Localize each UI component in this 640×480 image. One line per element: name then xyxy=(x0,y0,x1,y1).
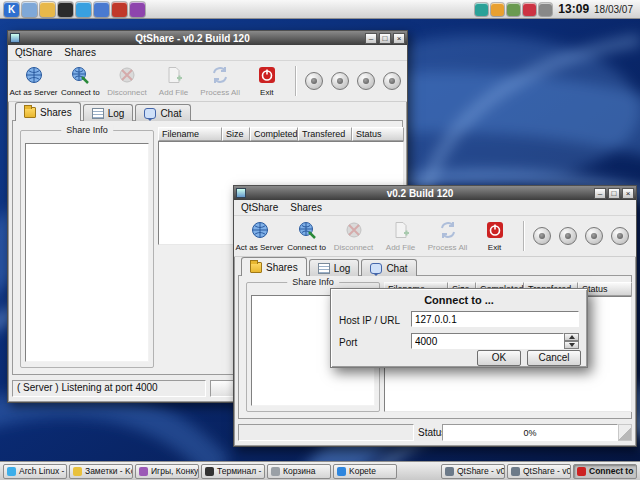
taskbar-item[interactable]: QtShare - v0.2 B xyxy=(441,464,505,479)
taskbar-item[interactable]: Kopete xyxy=(333,464,397,479)
clock[interactable]: 13:09 18/03/07 xyxy=(555,2,636,16)
close-button[interactable]: × xyxy=(622,188,634,199)
clock-time: 13:09 xyxy=(558,2,589,16)
connect-to-button[interactable]: Connect to xyxy=(57,62,104,100)
titlebar[interactable]: QtShare - v0.2 Build 120 – □ × xyxy=(8,31,407,45)
column-transfered[interactable]: Transfered xyxy=(298,127,352,141)
share-info-list[interactable] xyxy=(25,143,149,362)
column-filename[interactable]: Filename xyxy=(158,127,222,141)
show-desktop-icon[interactable] xyxy=(22,2,37,17)
progress-bar: 0% xyxy=(442,424,618,441)
tab-shares[interactable]: Shares xyxy=(241,257,307,276)
spin-down-icon[interactable] xyxy=(564,341,579,349)
menu-shares[interactable]: Shares xyxy=(64,47,96,58)
kmail-icon[interactable] xyxy=(94,2,109,17)
toolbar-button-label: Act as Server xyxy=(236,243,284,252)
connect-to-button[interactable]: Connect to xyxy=(283,217,330,255)
tab-chat[interactable]: Chat xyxy=(361,259,416,276)
disconnect-button[interactable]: Disconnect xyxy=(330,217,377,255)
menu-qtshare[interactable]: QtShare xyxy=(241,202,278,213)
toolbar-button-label: Disconnect xyxy=(107,88,147,97)
exit-button[interactable]: Exit xyxy=(471,217,518,255)
add-file-button[interactable]: Add File xyxy=(150,62,197,100)
tab-log[interactable]: Log xyxy=(83,104,134,121)
round-toolbar-button-2[interactable] xyxy=(559,227,577,245)
tab-log[interactable]: Log xyxy=(309,259,360,276)
taskbar-item[interactable]: Arch Linux - K... xyxy=(3,464,67,479)
process-all-button[interactable]: Process All xyxy=(197,62,244,100)
k-menu-icon[interactable] xyxy=(4,2,19,17)
tab-shares[interactable]: Shares xyxy=(15,102,81,121)
minimize-button[interactable]: – xyxy=(594,188,606,199)
round-toolbar-button-1[interactable] xyxy=(533,227,551,245)
games-icon xyxy=(139,467,148,476)
disconnect-button[interactable]: Disconnect xyxy=(104,62,151,100)
resize-grip[interactable] xyxy=(618,424,632,441)
konsole-icon[interactable] xyxy=(58,2,73,17)
menubar: QtShare Shares xyxy=(234,200,636,216)
folder-icon xyxy=(24,107,36,118)
exit-power-icon xyxy=(257,65,277,87)
column-size[interactable]: Size xyxy=(222,127,250,141)
konqueror-icon[interactable] xyxy=(76,2,91,17)
process-all-button[interactable]: Process All xyxy=(424,217,471,255)
ok-button[interactable]: OK xyxy=(477,350,521,366)
progress-value: 0% xyxy=(523,428,536,438)
column-status[interactable]: Status xyxy=(352,127,404,141)
taskbar-item[interactable]: Корзина xyxy=(267,464,331,479)
toolbar: Act as Server Connect to Disconnect Add … xyxy=(8,61,407,102)
host-input[interactable] xyxy=(411,311,579,327)
menu-shares[interactable]: Shares xyxy=(290,202,322,213)
display-icon[interactable] xyxy=(539,3,552,16)
taskbar-item[interactable]: QtShare - v0.2 B xyxy=(507,464,571,479)
spin-up-icon[interactable] xyxy=(564,333,579,341)
toolbar-button-label: Process All xyxy=(428,243,468,252)
round-toolbar-button-1[interactable] xyxy=(305,72,323,90)
toolbar-separator xyxy=(295,66,296,96)
tab-label: Log xyxy=(334,263,351,274)
organizer-icon[interactable] xyxy=(507,3,520,16)
toolbar-button-label: Disconnect xyxy=(334,243,374,252)
round-toolbar-button-4[interactable] xyxy=(383,72,401,90)
toolbar: Act as Server Connect to Disconnect Add … xyxy=(234,216,636,257)
log-icon xyxy=(92,108,104,119)
home-folder-icon[interactable] xyxy=(40,2,55,17)
tab-chat[interactable]: Chat xyxy=(135,104,190,121)
disconnect-icon xyxy=(117,65,137,87)
act-as-server-button[interactable]: Act as Server xyxy=(10,62,57,100)
media-player-icon[interactable] xyxy=(130,2,145,17)
cancel-button[interactable]: Cancel xyxy=(527,350,581,366)
table-header: Filename Size Completed Transfered Statu… xyxy=(158,127,404,141)
close-button[interactable]: × xyxy=(393,33,405,44)
toolbar-button-label: Exit xyxy=(488,243,501,252)
minimize-button[interactable]: – xyxy=(365,33,377,44)
round-toolbar-button-4[interactable] xyxy=(611,227,629,245)
tab-label: Shares xyxy=(266,262,298,273)
taskbar-item[interactable]: Терминал - Ko... xyxy=(201,464,265,479)
maximize-button[interactable]: □ xyxy=(379,33,391,44)
exit-button[interactable]: Exit xyxy=(243,62,290,100)
toolbar-button-label: Process All xyxy=(200,88,240,97)
add-file-button[interactable]: Add File xyxy=(377,217,424,255)
messenger-icon xyxy=(337,467,346,476)
titlebar[interactable]: v0.2 Build 120 – □ × xyxy=(234,186,636,200)
disconnect-icon xyxy=(344,220,364,242)
taskbar-item[interactable]: Игры, Конкуре... xyxy=(135,464,199,479)
round-toolbar-button-2[interactable] xyxy=(331,72,349,90)
taskbar-item-label: Connect to ... xyxy=(589,466,637,476)
kwrite-icon[interactable] xyxy=(112,2,127,17)
taskbar-item-active[interactable]: Connect to ... xyxy=(573,464,637,479)
connect-globe-icon xyxy=(70,65,90,87)
round-toolbar-button-3[interactable] xyxy=(357,72,375,90)
port-input[interactable] xyxy=(411,333,564,349)
column-completed[interactable]: Completed xyxy=(250,127,298,141)
klipper-icon[interactable] xyxy=(475,3,488,16)
volume-icon[interactable] xyxy=(491,3,504,16)
amarok-icon[interactable] xyxy=(523,3,536,16)
menu-qtshare[interactable]: QtShare xyxy=(15,47,52,58)
maximize-button[interactable]: □ xyxy=(608,188,620,199)
round-toolbar-button-3[interactable] xyxy=(585,227,603,245)
act-as-server-button[interactable]: Act as Server xyxy=(236,217,283,255)
toolbar-button-label: Act as Server xyxy=(10,88,58,97)
taskbar-item[interactable]: Заметки - Kon... xyxy=(69,464,133,479)
